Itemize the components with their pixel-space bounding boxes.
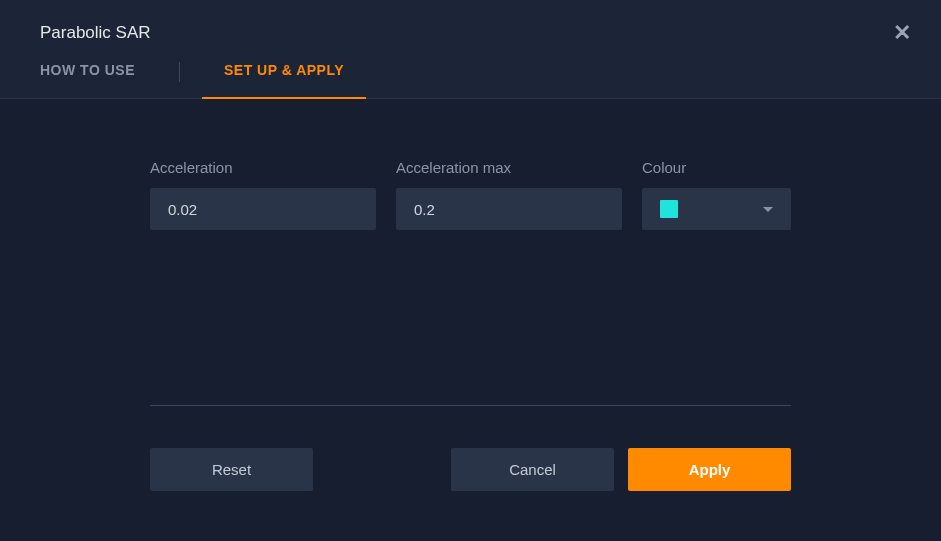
tab-how-to-use[interactable]: HOW TO USE xyxy=(40,62,135,98)
colour-select[interactable] xyxy=(642,188,791,230)
acceleration-max-field-group: Acceleration max xyxy=(396,159,622,230)
dialog-header: Parabolic SAR ✕ HOW TO USE SET UP & APPL… xyxy=(0,0,941,99)
footer-right-buttons: Cancel Apply xyxy=(451,448,791,491)
tab-separator xyxy=(179,62,180,82)
acceleration-max-input[interactable] xyxy=(396,188,622,230)
close-button[interactable]: ✕ xyxy=(893,22,911,44)
acceleration-max-label: Acceleration max xyxy=(396,159,622,176)
colour-field-group: Colour xyxy=(642,159,791,230)
close-icon: ✕ xyxy=(893,20,911,45)
acceleration-label: Acceleration xyxy=(150,159,376,176)
dialog-content: Acceleration Acceleration max Colour Res… xyxy=(0,99,941,491)
reset-button[interactable]: Reset xyxy=(150,448,313,491)
indicator-settings-dialog: Parabolic SAR ✕ HOW TO USE SET UP & APPL… xyxy=(0,0,941,541)
colour-swatch xyxy=(660,200,678,218)
acceleration-field-group: Acceleration xyxy=(150,159,376,230)
chevron-down-icon xyxy=(763,207,773,212)
cancel-button[interactable]: Cancel xyxy=(451,448,614,491)
fields-row: Acceleration Acceleration max Colour xyxy=(150,159,791,230)
title-row: Parabolic SAR ✕ xyxy=(0,0,941,44)
colour-label: Colour xyxy=(642,159,791,176)
apply-button[interactable]: Apply xyxy=(628,448,791,491)
dialog-footer: Reset Cancel Apply xyxy=(150,406,791,491)
tab-setup-apply[interactable]: SET UP & APPLY xyxy=(224,62,344,98)
acceleration-input[interactable] xyxy=(150,188,376,230)
tabs-container: HOW TO USE SET UP & APPLY xyxy=(0,62,941,99)
dialog-title: Parabolic SAR xyxy=(40,23,151,43)
